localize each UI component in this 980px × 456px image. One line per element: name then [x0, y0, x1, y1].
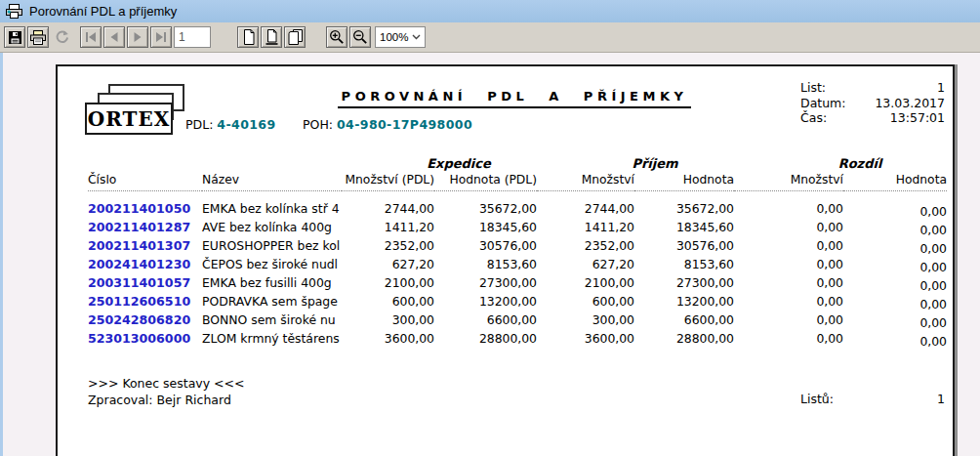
magnifier-minus-icon — [352, 29, 368, 45]
zoom-level-select[interactable]: 100% — [375, 26, 426, 48]
item-value: 28800,00 — [434, 329, 537, 348]
print-button[interactable] — [27, 26, 49, 48]
window-left-border — [0, 53, 3, 456]
meta-cas: Čas: 13:57:01 — [800, 110, 945, 126]
item-value: 600,00 — [342, 292, 434, 311]
item-value: 0,00 — [734, 329, 843, 348]
item-value: 0,00 — [843, 221, 947, 239]
refresh-button[interactable] — [51, 26, 72, 48]
item-value: 6600,00 — [634, 311, 734, 329]
zoom-in-button[interactable] — [326, 26, 347, 48]
item-name: AVE bez kolínka 400g — [202, 218, 342, 236]
item-number: 200211401050 — [88, 191, 202, 219]
table-row: 200211401050EMKA bez kolínka stř 42744,0… — [88, 191, 947, 219]
table-row: 250112606510PODRAVKA sem špage600,001320… — [88, 292, 947, 311]
window-titlebar[interactable]: Porovnání PDL a příjemky — [0, 0, 980, 22]
column-header-hodnota-prijem: Hodnota — [634, 171, 734, 191]
first-page-icon — [85, 32, 97, 42]
column-header-mnozstvi-pdl: Množství (PDL) — [342, 171, 434, 191]
item-value: 2100,00 — [537, 273, 634, 292]
single-page-view-button[interactable] — [237, 26, 259, 48]
item-value: 3600,00 — [537, 329, 634, 348]
item-value: 35672,00 — [634, 191, 734, 219]
group-header-row: Expedice Příjem Rozdíl — [88, 156, 947, 171]
table-row: 250242806820BONNO sem široké nu300,00660… — [88, 311, 947, 329]
cas-label: Čas: — [800, 110, 827, 126]
item-value: 1411,20 — [342, 218, 434, 236]
item-value: 600,00 — [537, 292, 634, 311]
magnifier-plus-icon — [329, 29, 345, 45]
table-row: 200211401307EUROSHOPPER bez kol2352,0030… — [88, 236, 947, 255]
group-header-rozdil: Rozdíl — [734, 156, 947, 171]
item-value: 627,20 — [537, 255, 634, 273]
zoom-out-button[interactable] — [349, 26, 371, 48]
item-name: PODRAVKA sem špage — [202, 292, 342, 311]
item-name: EUROSHOPPER bez kol — [202, 236, 342, 255]
item-name: BONNO sem široké nu — [202, 311, 342, 329]
previous-page-button[interactable] — [103, 26, 125, 48]
item-value: 2100,00 — [342, 273, 434, 292]
end-of-report-text: >>> Konec sestavy <<< — [88, 376, 245, 393]
item-name: ČEPOS bez široké nudl — [202, 255, 342, 273]
whole-page-view-button[interactable] — [284, 26, 306, 48]
single-page-icon — [241, 29, 256, 45]
sheets-count: Listů: 1 — [800, 392, 945, 406]
item-number: 200211401307 — [88, 236, 202, 255]
first-page-button[interactable] — [80, 26, 102, 48]
column-header-row: Číslo Název Množství (PDL) Hodnota (PDL)… — [88, 171, 947, 191]
save-button[interactable] — [4, 26, 25, 48]
pdl-value: 4-40169 — [217, 117, 275, 132]
window-title: Porovnání PDL a příjemky — [29, 4, 177, 19]
item-value: 2744,00 — [537, 191, 634, 219]
table-body: 200211401050EMKA bez kolínka stř 42744,0… — [88, 191, 947, 349]
page-number-input[interactable] — [174, 26, 211, 48]
sheets-value: 1 — [937, 392, 945, 406]
item-value: 0,00 — [843, 258, 947, 276]
printer-icon — [30, 30, 46, 45]
group-header-prijem: Příjem — [537, 156, 734, 171]
item-value: 0,00 — [734, 255, 843, 273]
cas-value: 13:57:01 — [890, 110, 945, 126]
item-value: 300,00 — [537, 311, 634, 329]
column-header-hodnota-rozdil: Hodnota — [843, 171, 947, 191]
item-value: 0,00 — [734, 191, 843, 219]
item-value: 627,20 — [342, 255, 434, 273]
comparison-table: Expedice Příjem Rozdíl Číslo Název Množs… — [88, 156, 947, 348]
item-name: EMKA bez fusilli 400g — [202, 273, 342, 292]
page-width-view-button[interactable] — [261, 26, 282, 48]
poh-line: POH:04-980-17P498000 — [303, 117, 472, 132]
item-value: 13200,00 — [434, 292, 537, 311]
pdl-label: PDL: — [185, 117, 213, 132]
table-row: 200211401287AVE bez kolínka 400g1411,201… — [88, 218, 947, 236]
report-meta: List: 1 Datum: 13.03.2017 Čas: 13:57:01 — [800, 80, 945, 126]
item-number: 250112606510 — [88, 292, 202, 311]
list-label: List: — [800, 80, 826, 96]
item-value: 35672,00 — [434, 191, 537, 219]
item-value: 8153,60 — [634, 255, 734, 273]
report-title: POROVNÁNÍ PDL A PŘÍJEMKY — [329, 86, 700, 108]
poh-label: POH: — [303, 117, 333, 132]
meta-list: List: 1 — [800, 80, 945, 96]
item-value: 28800,00 — [634, 329, 734, 348]
column-header-cislo: Číslo — [88, 171, 202, 191]
item-value: 0,00 — [734, 218, 843, 236]
item-value: 0,00 — [843, 313, 947, 332]
refresh-icon — [55, 30, 69, 45]
item-number: 200311401057 — [88, 273, 202, 292]
last-page-button[interactable] — [150, 26, 172, 48]
item-number: 523013006000 — [88, 329, 202, 348]
table-row: 523013006000ZLOM krmný těstárens3600,002… — [88, 329, 947, 348]
pdl-line: PDL:4-40169 — [185, 117, 276, 132]
item-value: 300,00 — [342, 311, 434, 329]
next-page-button[interactable] — [127, 26, 148, 48]
zoom-level-value: 100% — [380, 31, 408, 43]
item-value: 0,00 — [734, 236, 843, 255]
report-footer: >>> Konec sestavy <<< Zpracoval: Bejr Ri… — [88, 376, 245, 408]
item-name: ZLOM krmný těstárens — [202, 329, 342, 348]
item-number: 250242806820 — [88, 311, 202, 329]
processed-by-text: Zpracoval: Bejr Richard — [88, 393, 245, 409]
column-header-mnozstvi-rozdil: Množství — [734, 171, 843, 191]
item-value: 2352,00 — [537, 236, 634, 255]
meta-datum: Datum: 13.03.2017 — [800, 96, 945, 111]
item-value: 3600,00 — [342, 329, 434, 348]
